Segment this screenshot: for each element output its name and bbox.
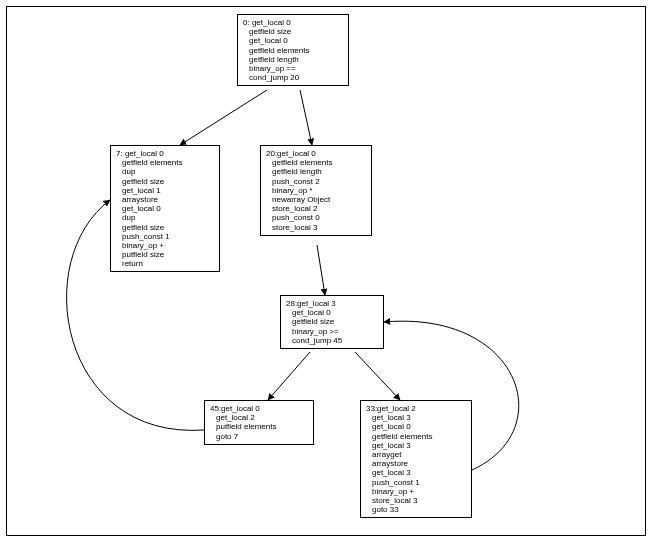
instr: get_local 3 xyxy=(366,468,466,477)
instr: binary_op * xyxy=(266,186,366,195)
instr: get_local 2 xyxy=(210,413,308,422)
block-7: 7: get_local 0 getfield elements dup get… xyxy=(110,145,220,272)
instr: binary_op + xyxy=(366,487,466,496)
instr: get_local 3 xyxy=(366,441,466,450)
block-20: 20:get_local 0 getfield elements getfiel… xyxy=(260,145,372,236)
instr: getfield elements xyxy=(266,158,366,167)
instr: cond_jump 45 xyxy=(286,336,378,345)
block-45-header: 45:get_local 0 xyxy=(210,404,308,413)
block-28-header: 28:get_local 3 xyxy=(286,299,378,308)
block-20-header: 20:get_local 0 xyxy=(266,149,366,158)
instr: store_local 3 xyxy=(266,223,366,232)
instr: putfield elements xyxy=(210,422,308,431)
block-0: 0: get_local 0 getfield size get_local 0… xyxy=(237,14,349,86)
instr: getfield elements xyxy=(116,158,214,167)
instr: putfield size xyxy=(116,250,214,259)
instr: goto 7 xyxy=(210,432,308,441)
block-28: 28:get_local 3 get_local 0 getfield size… xyxy=(280,295,384,349)
instr: arraystore xyxy=(116,195,214,204)
instr: dup xyxy=(116,213,214,222)
instr: binary_op >= xyxy=(286,327,378,336)
instr: getfield size xyxy=(116,177,214,186)
instr: arrayget xyxy=(366,450,466,459)
block-45: 45:get_local 0 get_local 2 putfield elem… xyxy=(204,400,314,445)
instr: push_const 2 xyxy=(266,177,366,186)
instr: get_local 0 xyxy=(116,204,214,213)
instr: getfield length xyxy=(243,55,343,64)
instr: get_local 1 xyxy=(116,186,214,195)
instr: getfield size xyxy=(286,317,378,326)
instr: getfield length xyxy=(266,167,366,176)
instr: getfield elements xyxy=(243,46,343,55)
cfg-canvas: 0: get_local 0 getfield size get_local 0… xyxy=(0,0,660,546)
instr: binary_op == xyxy=(243,64,343,73)
block-0-header: 0: get_local 0 xyxy=(243,18,343,27)
instr: getfield size xyxy=(116,223,214,232)
instr: getfield size xyxy=(243,27,343,36)
instr: push_const 1 xyxy=(116,232,214,241)
instr: get_local 3 xyxy=(366,413,466,422)
instr: store_local 2 xyxy=(266,204,366,213)
instr: push_const 1 xyxy=(366,478,466,487)
instr: store_local 3 xyxy=(366,496,466,505)
instr: get_local 0 xyxy=(243,36,343,45)
instr: return xyxy=(116,259,214,268)
instr: cond_jump 20 xyxy=(243,73,343,82)
instr: newarray Object xyxy=(266,195,366,204)
block-33: 33:get_local 2 get_local 3 get_local 0 g… xyxy=(360,400,472,518)
instr: getfield elements xyxy=(366,432,466,441)
instr: get_local 0 xyxy=(366,422,466,431)
block-33-header: 33:get_local 2 xyxy=(366,404,466,413)
instr: get_local 0 xyxy=(286,308,378,317)
instr: binary_op + xyxy=(116,241,214,250)
instr: goto 33 xyxy=(366,505,466,514)
block-7-header: 7: get_local 0 xyxy=(116,149,214,158)
instr: push_const 0 xyxy=(266,213,366,222)
instr: dup xyxy=(116,167,214,176)
instr: arraystore xyxy=(366,459,466,468)
